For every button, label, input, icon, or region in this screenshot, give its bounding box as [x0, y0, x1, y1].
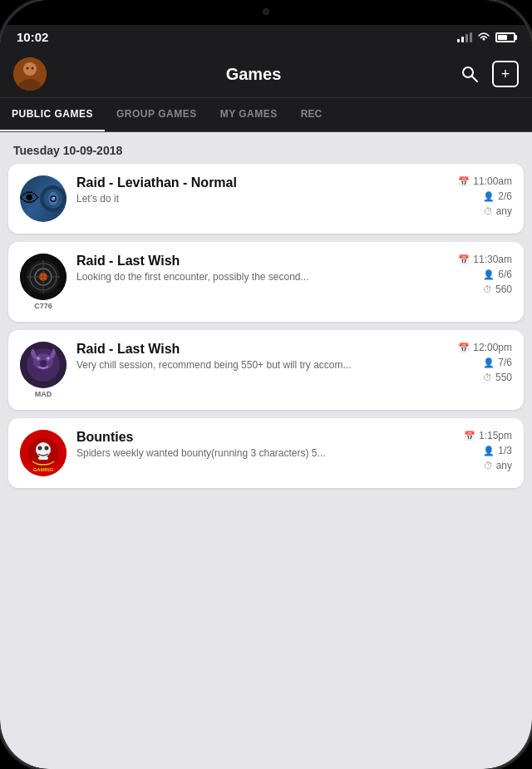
svg-text:GAMING: GAMING [33, 467, 54, 472]
card-power-lastwish1: 560 [495, 283, 512, 295]
bottom-safe [0, 496, 532, 521]
card-avatar-lastwish1 [20, 254, 66, 300]
clock-icon-2: 📅 [458, 254, 470, 265]
content-area: Tuesday 10-09-2018 [0, 132, 532, 769]
card-meta-lastwish2: 📅 12:00pm 👤 7/6 ⏱ 550 [458, 342, 512, 383]
power-icon: ⏱ [484, 206, 493, 216]
power-icon-3: ⏱ [483, 372, 492, 382]
card-avatar-bounties: GAMING [20, 430, 66, 476]
status-icons [457, 31, 515, 44]
card-time-leviathan: 11:00am [473, 175, 512, 187]
players-icon-4: 👤 [483, 446, 495, 456]
svg-point-32 [40, 360, 47, 367]
status-time: 10:02 [17, 30, 48, 44]
phone-frame: 10:02 [0, 0, 532, 769]
card-meta-leviathan: 📅 11:00am 👤 2/6 ⏱ any [458, 175, 512, 217]
card-content-leviathan: Raid - Leviathan - Normal Let's do it [76, 175, 448, 205]
card-desc-leviathan: Let's do it [76, 193, 448, 205]
card-power-bounties: any [496, 460, 512, 471]
status-bar: 10:02 [0, 25, 532, 49]
phone-screen: 10:02 [0, 0, 532, 769]
card-content-lastwish1: Raid - Last Wish Looking do the first en… [76, 254, 448, 283]
date-header: Tuesday 10-09-2018 [0, 132, 532, 164]
card-time-bounties: 1:15pm [479, 430, 512, 441]
game-card-bounties[interactable]: GAMING Bounties Spiders weekly wanted bo… [8, 418, 524, 488]
wifi-icon [477, 31, 490, 44]
card-power-lastwish2: 550 [495, 372, 512, 383]
svg-rect-38 [38, 456, 48, 460]
card-players-lastwish1: 6/6 [498, 269, 512, 280]
notch-area [0, 0, 532, 25]
svg-point-4 [32, 67, 34, 70]
card-title-leviathan: Raid - Leviathan - Normal [76, 175, 448, 190]
card-time-lastwish2: 12:00pm [473, 342, 512, 353]
svg-point-31 [47, 357, 50, 360]
card-tag-lastwish2: MAD [35, 390, 52, 398]
card-tag-lastwish1: C776 [34, 302, 52, 310]
tab-public-games[interactable]: PUBLIC GAMES [0, 98, 105, 131]
card-players-bounties: 1/3 [498, 445, 512, 456]
card-power-leviathan: any [496, 205, 512, 217]
tab-group-games[interactable]: GROUP GAMES [105, 98, 209, 131]
card-players-leviathan: 2/6 [498, 190, 512, 202]
svg-point-36 [38, 446, 42, 451]
game-card-lastwish1[interactable]: C776 Raid - Last Wish Looking do the fir… [8, 242, 524, 322]
battery-icon [495, 32, 515, 42]
clock-icon-4: 📅 [464, 431, 475, 441]
card-meta-bounties: 📅 1:15pm 👤 1/3 ⏱ any [464, 430, 512, 471]
game-card-lastwish2[interactable]: MAD Raid - Last Wish Very chill session,… [8, 330, 524, 410]
card-avatar-leviathan [20, 175, 66, 222]
avatar[interactable] [13, 57, 47, 91]
add-button[interactable]: + [492, 61, 519, 87]
card-desc-bounties: Spiders weekly wanted bounty(running 3 c… [76, 447, 454, 459]
card-avatar-lastwish2 [20, 342, 66, 388]
card-content-lastwish2: Raid - Last Wish Very chill session, rec… [76, 342, 448, 371]
search-button[interactable] [461, 65, 479, 83]
clock-icon: 📅 [458, 176, 470, 187]
notch [216, 5, 316, 20]
tab-my-games[interactable]: MY GAMES [209, 98, 289, 131]
card-desc-lastwish2: Very chill session, recommend being 550+… [76, 359, 448, 371]
svg-point-37 [45, 446, 49, 451]
notch-dot [263, 8, 269, 15]
card-time-lastwish1: 11:30am [473, 254, 512, 265]
page-title: Games [226, 65, 282, 84]
card-title-bounties: Bounties [76, 430, 454, 445]
tab-rec[interactable]: REC [289, 98, 333, 131]
header-actions: + [461, 61, 519, 87]
card-desc-lastwish1: Looking do the first encounter, possibly… [76, 271, 448, 283]
svg-line-6 [472, 76, 478, 82]
card-players-lastwish2: 7/6 [498, 357, 512, 368]
players-icon-3: 👤 [483, 357, 495, 368]
players-icon-2: 👤 [483, 269, 495, 280]
power-icon-2: ⏱ [483, 284, 492, 294]
card-title-lastwish1: Raid - Last Wish [76, 254, 448, 269]
svg-point-1 [23, 62, 37, 76]
card-meta-lastwish1: 📅 11:30am 👤 6/6 ⏱ 560 [458, 254, 512, 295]
power-icon-4: ⏱ [484, 461, 493, 471]
tabs-container: PUBLIC GAMES GROUP GAMES MY GAMES REC [0, 98, 532, 132]
svg-point-3 [27, 67, 29, 70]
card-title-lastwish2: Raid - Last Wish [76, 342, 448, 357]
players-icon: 👤 [483, 191, 495, 202]
clock-icon-3: 📅 [458, 343, 470, 353]
card-content-bounties: Bounties Spiders weekly wanted bounty(ru… [76, 430, 454, 459]
svg-point-30 [37, 357, 40, 360]
game-card-leviathan[interactable]: Raid - Leviathan - Normal Let's do it 📅 … [8, 164, 524, 234]
signal-icon [457, 32, 472, 42]
app-header: Games + [0, 49, 532, 98]
